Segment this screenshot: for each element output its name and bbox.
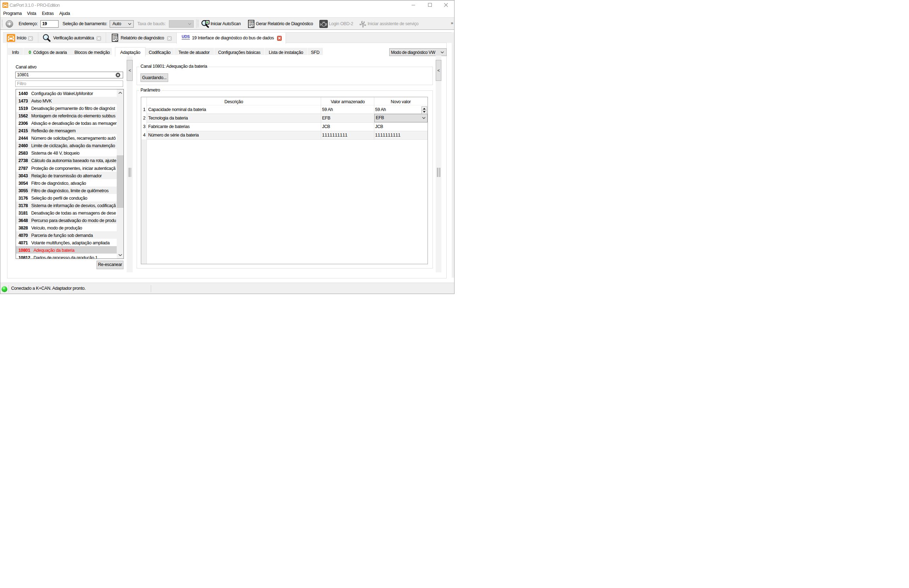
svg-text:OBD: OBD: [113, 35, 118, 37]
svg-text:OBD: OBD: [249, 21, 254, 23]
